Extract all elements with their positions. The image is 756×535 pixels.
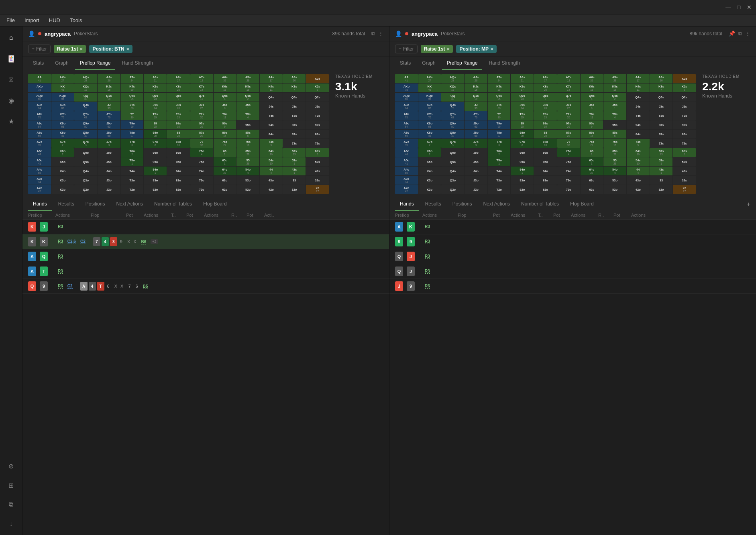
cell-AKo[interactable]: AKo78 (28, 83, 51, 92)
cell-32o[interactable]: 32o (650, 185, 673, 194)
cell-43o[interactable]: 43o (627, 176, 650, 185)
cell-A4o[interactable]: A4o58 (395, 167, 418, 175)
cell-AJs[interactable]: AJs26 (98, 74, 120, 83)
filter-position-btn-right[interactable]: Position: MP ✕ (456, 45, 497, 53)
cell-53s[interactable]: 53s1 (650, 157, 673, 166)
cell-KJo[interactable]: KJo82 (51, 102, 74, 111)
cell-J8o[interactable]: J8o58 (98, 130, 120, 138)
cell-A7o[interactable]: A7o39 (395, 139, 418, 148)
cell-Q3s[interactable]: Q3s (650, 93, 673, 102)
cell-ATo[interactable]: ATo75 (395, 111, 418, 120)
cell-64s[interactable]: 64s16 (260, 148, 283, 157)
cell-T3s[interactable]: T3s (283, 111, 306, 120)
cell-J6s[interactable]: J6s8 (214, 102, 236, 111)
cell-A9o[interactable]: A9o84 (395, 120, 418, 129)
cell-55[interactable]: 5529 (603, 157, 626, 166)
cell-T4s[interactable]: T4s (627, 111, 650, 120)
cell-KTs[interactable]: KTs25 (488, 83, 511, 92)
cell-95s[interactable]: 95s (603, 120, 626, 129)
popout-icon-left[interactable]: ⧉ (371, 31, 375, 37)
cell-K9s[interactable]: K9s17 (144, 83, 167, 92)
cell-76o[interactable]: 76o4 (190, 148, 213, 157)
cell-99[interactable]: 9925 (144, 120, 167, 129)
cell-42s[interactable]: 42s (306, 167, 329, 175)
cell-53o[interactable]: 53o (236, 176, 259, 185)
cell-J4o[interactable]: J4o (98, 167, 120, 175)
cell-53s[interactable]: 53s1 (283, 157, 306, 166)
hand-row-right-3[interactable]: Q J R3 (389, 249, 756, 264)
cell-J2s[interactable]: J2s (673, 102, 696, 111)
cell-33[interactable]: 33 (283, 176, 306, 185)
cell-K2s[interactable]: K2s5 (306, 83, 329, 92)
cell-98o[interactable]: 98o30 (511, 130, 534, 138)
cell-KQs[interactable]: KQs16 (441, 83, 464, 92)
cell-73o[interactable]: 73o (190, 176, 213, 185)
cell-A5o[interactable]: A5o41 (395, 157, 418, 166)
cell-Q2o[interactable]: Q2o (74, 185, 97, 194)
cell-76s[interactable]: 76s22 (581, 139, 603, 148)
cell-T9o[interactable]: T9o56 (121, 120, 144, 129)
popout-icon-right[interactable]: ⧉ (738, 31, 742, 37)
cell-AQo[interactable]: AQo68 (395, 93, 418, 102)
pin-icon-right[interactable]: 📌 (729, 31, 735, 37)
sidebar-icon-hands[interactable]: 🃏 (5, 52, 18, 65)
cell-QJs[interactable]: QJs19 (98, 93, 120, 102)
cell-75o[interactable]: 75o (190, 157, 213, 166)
cell-43o[interactable]: 43o (260, 176, 283, 185)
cell-A4o[interactable]: A4o58 (28, 167, 51, 175)
cell-Q6o[interactable]: Q6o (441, 148, 464, 157)
cell-T9o[interactable]: T9o56 (488, 120, 511, 129)
filter-position-close-right[interactable]: ✕ (490, 47, 493, 51)
cell-JTs[interactable]: JTs30 (121, 102, 144, 111)
menu-file[interactable]: File (6, 17, 15, 23)
cell-72o[interactable]: 72o (557, 185, 580, 194)
filter-position-close-left[interactable]: ✕ (126, 47, 129, 51)
cell-77[interactable]: 7737 (190, 139, 213, 148)
cell-J5o[interactable]: J5o (98, 157, 120, 166)
cell-77[interactable]: 7737 (557, 139, 580, 148)
cell-86s[interactable]: 86s15 (214, 130, 236, 138)
bottom-tab-positions-right[interactable]: Positions (448, 198, 477, 211)
cell-Q5s[interactable]: Q5s2 (236, 93, 259, 102)
cell-J5o[interactable]: J5o (465, 157, 487, 166)
cell-ATo[interactable]: ATo75 (28, 111, 51, 120)
cell-TT[interactable]: TT36 (121, 111, 144, 120)
cell-K4o[interactable]: K4o (418, 167, 441, 175)
cell-22[interactable]: 2227 (673, 185, 696, 194)
cell-74s[interactable]: 74s5 (260, 139, 283, 148)
cell-85s[interactable]: 85s6 (603, 130, 626, 138)
cell-J3s[interactable]: J3s (283, 102, 306, 111)
cell-74o[interactable]: 74o (557, 167, 580, 175)
cell-J5s[interactable]: J5s1 (603, 102, 626, 111)
cell-66[interactable]: 661 (581, 148, 603, 157)
cell-98s[interactable]: 98s10 (167, 120, 190, 129)
cell-J2o[interactable]: J2o (465, 185, 487, 194)
cell-KJs[interactable]: KJs16 (465, 83, 487, 92)
cell-JJ[interactable]: JJ39 (465, 102, 487, 111)
cell-93o[interactable]: 93o (144, 176, 167, 185)
cell-A2s[interactable]: A2s (306, 74, 329, 83)
bottom-tab-flopboard-left[interactable]: Flop Board (198, 198, 232, 211)
cell-K7o[interactable]: K7o2 (418, 139, 441, 148)
cell-63s[interactable]: 63s13 (650, 148, 673, 157)
cell-K5s[interactable]: K5s16 (603, 83, 626, 92)
cell-JTs[interactable]: JTs30 (488, 102, 511, 111)
cell-86s[interactable]: 86s15 (581, 130, 603, 138)
cell-96o[interactable]: 96o (511, 148, 534, 157)
cell-QJs[interactable]: QJs19 (465, 93, 487, 102)
cell-98o[interactable]: 98o30 (144, 130, 167, 138)
cell-86o[interactable]: 86o (534, 148, 557, 157)
cell-AKs[interactable]: AKs27 (418, 74, 441, 83)
tab-graph-right[interactable]: Graph (417, 57, 440, 70)
menu-import[interactable]: Import (24, 17, 39, 23)
cell-66[interactable]: 661 (214, 148, 236, 157)
cell-JTo[interactable]: JTo70 (465, 111, 487, 120)
cell-QTo[interactable]: QTo67 (441, 111, 464, 120)
cell-Q5o[interactable]: Q5o (441, 157, 464, 166)
cell-ATs[interactable]: ATs24 (488, 74, 511, 83)
cell-A9s[interactable]: A9s21 (144, 74, 167, 83)
cell-97o[interactable]: 97o6 (144, 139, 167, 148)
close-button[interactable]: ✕ (746, 4, 753, 11)
cell-J4o[interactable]: J4o (465, 167, 487, 175)
cell-73s[interactable]: 73s (283, 139, 306, 148)
